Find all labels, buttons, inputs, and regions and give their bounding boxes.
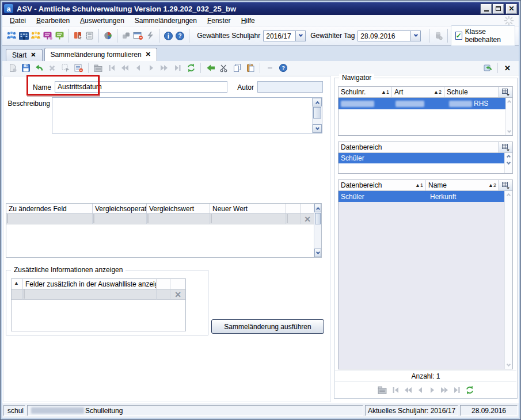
filter-input[interactable] — [7, 214, 8, 223]
sort-asc-icon[interactable]: ▲ — [12, 279, 23, 289]
schools-scrollbar[interactable] — [505, 98, 512, 135]
column-header[interactable]: Vergleichsoperator — [93, 204, 147, 214]
menu-bearbeiten[interactable]: Bearbeiten — [31, 16, 75, 26]
database-button[interactable] — [432, 28, 444, 43]
filter-input[interactable] — [24, 289, 25, 299]
data-area-scrollbar[interactable] — [504, 153, 512, 173]
table-config-button[interactable] — [499, 87, 512, 97]
column-header-schule[interactable]: Schule — [444, 87, 499, 97]
additional-info-body[interactable] — [12, 300, 185, 331]
board-green-button[interactable] — [54, 28, 66, 43]
nav-last-button[interactable] — [453, 386, 461, 394]
scroll-down-button[interactable] — [313, 124, 322, 133]
persons-button[interactable] — [30, 28, 42, 43]
refresh-button[interactable] — [184, 62, 197, 74]
scroll-up-button[interactable] — [313, 98, 322, 106]
nav-prev-button[interactable] — [416, 386, 424, 394]
nav-fast-prev-button[interactable] — [118, 62, 131, 74]
scroll-thumb[interactable] — [315, 213, 321, 224]
nav-fast-next-button[interactable] — [158, 62, 171, 74]
keep-class-toggle[interactable]: ✓ Klasse beibehalten — [451, 25, 515, 46]
menu-hilfe[interactable]: Hilfe — [236, 16, 260, 26]
nav-fast-prev-button[interactable] — [404, 386, 412, 394]
tab-close-icon[interactable]: ✕ — [146, 51, 151, 58]
paste-button[interactable] — [244, 62, 257, 74]
scroll-down-button[interactable] — [314, 249, 321, 257]
school-year-value[interactable]: 2016/17 — [263, 30, 295, 41]
filter-input[interactable] — [287, 214, 288, 223]
delete-button[interactable] — [45, 62, 59, 74]
save-button[interactable] — [19, 62, 32, 74]
conditions-table-body[interactable] — [6, 224, 314, 257]
name-input[interactable] — [55, 81, 227, 93]
board-purple-button[interactable] — [41, 28, 54, 43]
beschreibung-scrollbar[interactable] — [312, 98, 322, 133]
nav-prev-button[interactable] — [131, 62, 144, 74]
modules-button[interactable] — [120, 28, 132, 43]
beschreibung-textarea[interactable] — [52, 98, 312, 133]
table-config-button[interactable] — [499, 180, 512, 190]
execute-bulk-change-button[interactable]: Sammeländerung ausführen — [211, 319, 324, 334]
filter-input[interactable] — [211, 214, 212, 223]
close-view-button[interactable]: ✕ — [501, 62, 514, 74]
change-row-selected[interactable]: Schüler Herkunft — [339, 191, 504, 202]
selection-button[interactable] — [59, 62, 72, 74]
nav-fast-next-button[interactable] — [440, 386, 449, 394]
print-list-button[interactable] — [83, 28, 96, 43]
column-header-art[interactable]: Art▲2 — [392, 87, 444, 97]
tab-sammelaenderung-formulieren[interactable]: Sammeländerung formulieren ✕ — [44, 48, 157, 61]
column-header-datenbereich[interactable]: Datenbereich▲1 — [339, 180, 426, 190]
dash-button[interactable] — [263, 62, 276, 74]
autor-input[interactable] — [257, 81, 323, 93]
day-combobox[interactable]: 28.09.2016 — [358, 30, 421, 41]
data-area-row-selected[interactable]: Schüler — [339, 153, 504, 163]
day-dropdown-button[interactable] — [410, 30, 421, 41]
students-button[interactable] — [6, 28, 18, 43]
keep-class-checkbox[interactable]: ✓ — [455, 32, 462, 40]
column-header-datenbereich[interactable]: Datenbereich — [339, 142, 499, 152]
school-button[interactable] — [18, 28, 30, 43]
detach-view-button[interactable] — [481, 62, 495, 74]
info-button[interactable] — [162, 28, 174, 43]
statistics-button[interactable] — [102, 28, 114, 43]
changes-scrollbar[interactable] — [504, 191, 512, 369]
menu-fenster[interactable]: Fenster — [202, 16, 236, 26]
new-button[interactable] — [6, 62, 19, 74]
menu-datei[interactable]: Datei — [5, 16, 31, 26]
form-settings-button[interactable] — [72, 62, 85, 74]
close-button[interactable]: ✕ — [506, 4, 517, 14]
report-button[interactable] — [72, 28, 84, 43]
scroll-up-button[interactable] — [314, 204, 321, 212]
column-header-name[interactable]: Name▲2 — [426, 180, 499, 190]
minimize-button[interactable] — [481, 4, 492, 14]
help-button[interactable]: ? — [174, 28, 187, 43]
school-year-combobox[interactable]: 2016/17 — [263, 30, 306, 41]
menu-auswertungen[interactable]: Auswertungen — [75, 16, 130, 26]
tab-start[interactable]: Start ✕ — [6, 49, 43, 61]
nav-first-button[interactable] — [105, 62, 118, 74]
filter-input[interactable] — [147, 214, 149, 223]
nav-last-button[interactable] — [171, 62, 184, 74]
scroll-thumb[interactable] — [313, 107, 321, 119]
records-icon[interactable] — [377, 385, 387, 395]
nav-next-button[interactable] — [428, 386, 436, 394]
school-year-dropdown-button[interactable] — [295, 30, 306, 41]
undo-button[interactable] — [32, 62, 45, 74]
column-header[interactable]: Vergleichswert — [147, 204, 210, 214]
column-header[interactable]: Felder zusätzlich in der Auswahlliste an… — [23, 279, 157, 289]
maximize-button[interactable] — [493, 4, 504, 14]
school-row-selected[interactable]: RHS — [339, 98, 505, 109]
tab-close-icon[interactable]: ✕ — [31, 52, 36, 58]
column-header[interactable]: Zu änderndes Feld — [6, 204, 93, 214]
column-header[interactable]: Neuer Wert — [210, 204, 286, 214]
refresh-button[interactable] — [465, 385, 474, 395]
menu-sammelaenderungen[interactable]: Sammeländerungen — [130, 16, 202, 26]
module-help-button[interactable]: ? — [276, 62, 290, 74]
day-value[interactable]: 28.09.2016 — [358, 30, 410, 41]
clear-filter-button[interactable]: ✕ — [170, 289, 185, 300]
clear-filter-button[interactable]: ✕ — [301, 214, 314, 224]
records-button[interactable] — [92, 62, 105, 74]
column-header-schulnr[interactable]: Schulnr.▲1 — [339, 87, 392, 97]
close-window-button[interactable] — [132, 28, 144, 43]
table-config-button[interactable] — [499, 142, 512, 152]
